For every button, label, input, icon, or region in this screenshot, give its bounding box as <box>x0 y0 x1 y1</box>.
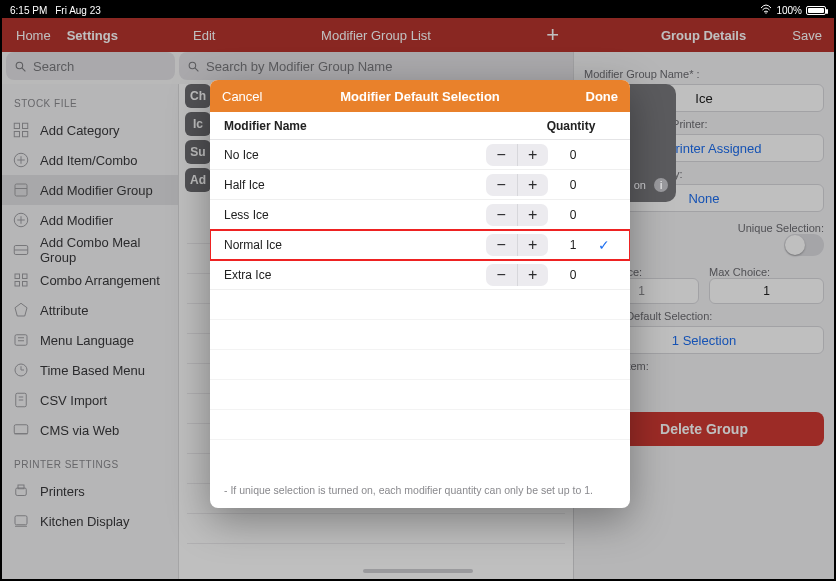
sidebar-icon <box>12 121 30 139</box>
sidebar-item[interactable]: Printers <box>2 476 178 506</box>
minus-button[interactable]: − <box>486 174 518 196</box>
group-chip[interactable]: Ad <box>185 168 211 192</box>
nav-right-title: Group Details <box>661 28 746 43</box>
modifier-row[interactable]: Half Ice−+0 <box>210 170 630 200</box>
search-icon <box>187 60 200 73</box>
add-button[interactable]: + <box>546 22 559 48</box>
svg-rect-23 <box>15 335 27 346</box>
qty-value: 0 <box>548 148 598 162</box>
wifi-icon <box>760 4 772 16</box>
sidebar-item[interactable]: Attribute <box>2 295 178 325</box>
svg-rect-8 <box>23 132 28 137</box>
info-icon: i <box>654 178 668 192</box>
sidebar-item[interactable]: CMS via Web <box>2 415 178 445</box>
svg-rect-19 <box>15 274 20 279</box>
sidebar-item-label: Combo Arrangement <box>40 273 160 288</box>
nav-home[interactable]: Home <box>16 28 51 43</box>
search-icon <box>14 60 27 73</box>
modifier-row[interactable]: Normal Ice−+1✓ <box>210 230 630 260</box>
sidebar-item[interactable]: Add Category <box>2 115 178 145</box>
svg-rect-32 <box>14 425 28 434</box>
sidebar-item[interactable]: Add Modifier Group <box>2 175 178 205</box>
sidebar-icon <box>12 271 30 289</box>
modal-cancel[interactable]: Cancel <box>210 89 262 104</box>
sidebar-item-label: Kitchen Display <box>40 514 130 529</box>
modifier-name: Half Ice <box>224 178 486 192</box>
max-label: Max Choice: <box>709 266 824 278</box>
svg-point-0 <box>766 12 768 14</box>
modal-done[interactable]: Done <box>586 89 619 104</box>
minus-button[interactable]: − <box>486 204 518 226</box>
sidebar-icon <box>12 482 30 500</box>
plus-button[interactable]: + <box>518 144 549 166</box>
sidebar-icon <box>12 301 30 319</box>
qty-stepper[interactable]: −+ <box>486 204 548 226</box>
qty-stepper[interactable]: −+ <box>486 144 548 166</box>
default-selection-modal: Cancel Modifier Default Selection Done M… <box>210 80 630 508</box>
col-name: Modifier Name <box>224 119 307 133</box>
sidebar-icon <box>12 331 30 349</box>
sidebar-item[interactable]: CSV Import <box>2 385 178 415</box>
svg-line-4 <box>195 68 198 71</box>
sidebar-icon <box>12 211 30 229</box>
sidebar-item-label: Printers <box>40 484 85 499</box>
svg-rect-6 <box>23 123 28 128</box>
svg-rect-7 <box>14 132 19 137</box>
sidebar-search[interactable]: Search <box>6 52 175 80</box>
sidebar: STOCK FILE Add CategoryAdd Item/ComboAdd… <box>2 84 179 579</box>
qty-stepper[interactable]: −+ <box>486 174 548 196</box>
nav-mid-title: Modifier Group List <box>321 28 431 43</box>
sidebar-item[interactable]: Add Combo Meal Group <box>2 235 178 265</box>
group-chip[interactable]: Ch <box>185 84 211 108</box>
sidebar-item-label: Add Item/Combo <box>40 153 138 168</box>
qty-stepper[interactable]: −+ <box>486 264 548 286</box>
sidebar-item[interactable]: Menu Language <box>2 325 178 355</box>
sidebar-item[interactable]: Add Item/Combo <box>2 145 178 175</box>
sidebar-item[interactable]: Add Modifier <box>2 205 178 235</box>
sidebar-item-label: Time Based Menu <box>40 363 145 378</box>
modifier-row[interactable]: Less Ice−+0 <box>210 200 630 230</box>
svg-rect-20 <box>23 274 28 279</box>
plus-button[interactable]: + <box>518 264 549 286</box>
qty-stepper[interactable]: −+ <box>486 234 548 256</box>
modifier-row[interactable]: Extra Ice−+0 <box>210 260 630 290</box>
svg-point-3 <box>189 62 196 68</box>
sidebar-search-ph: Search <box>33 59 74 74</box>
battery-icon <box>806 6 826 15</box>
svg-line-2 <box>22 68 25 71</box>
modifier-row[interactable]: No Ice−+0 <box>210 140 630 170</box>
qty-value: 0 <box>548 208 598 222</box>
sidebar-icon <box>12 512 30 530</box>
max-field[interactable]: 1 <box>709 278 824 304</box>
sidebar-section-printer: PRINTER SETTINGS <box>2 445 178 476</box>
modal-note: - If unique selection is turned on, each… <box>210 474 630 508</box>
nav-bar: Home Settings Edit Modifier Group List +… <box>2 18 834 52</box>
group-chip[interactable]: Ic <box>185 112 211 136</box>
sidebar-item-label: Add Modifier <box>40 213 113 228</box>
nav-settings[interactable]: Settings <box>67 28 118 43</box>
plus-button[interactable]: + <box>518 174 549 196</box>
sidebar-item[interactable]: Combo Arrangement <box>2 265 178 295</box>
minus-button[interactable]: − <box>486 234 518 256</box>
minus-button[interactable]: − <box>486 144 518 166</box>
sidebar-icon <box>12 151 30 169</box>
svg-rect-21 <box>15 282 20 287</box>
minus-button[interactable]: − <box>486 264 518 286</box>
check-icon: ✓ <box>598 237 616 253</box>
unique-toggle[interactable] <box>784 234 824 256</box>
plus-button[interactable]: + <box>518 204 549 226</box>
sidebar-item[interactable]: Kitchen Display <box>2 506 178 536</box>
name-label: Modifier Group Name* : <box>584 68 824 80</box>
sidebar-item[interactable]: Time Based Menu <box>2 355 178 385</box>
plus-button[interactable]: + <box>518 234 549 256</box>
group-chip[interactable]: Su <box>185 140 211 164</box>
nav-edit[interactable]: Edit <box>179 28 215 43</box>
sidebar-item-label: Attribute <box>40 303 88 318</box>
status-bar: 6:15 PM Fri Aug 23 100% <box>2 2 834 18</box>
sidebar-icon <box>12 421 30 439</box>
col-qty: Quantity <box>526 119 616 133</box>
sidebar-icon <box>12 391 30 409</box>
save-button[interactable]: Save <box>792 28 822 43</box>
qty-value: 1 <box>548 238 598 252</box>
qty-value: 0 <box>548 268 598 282</box>
